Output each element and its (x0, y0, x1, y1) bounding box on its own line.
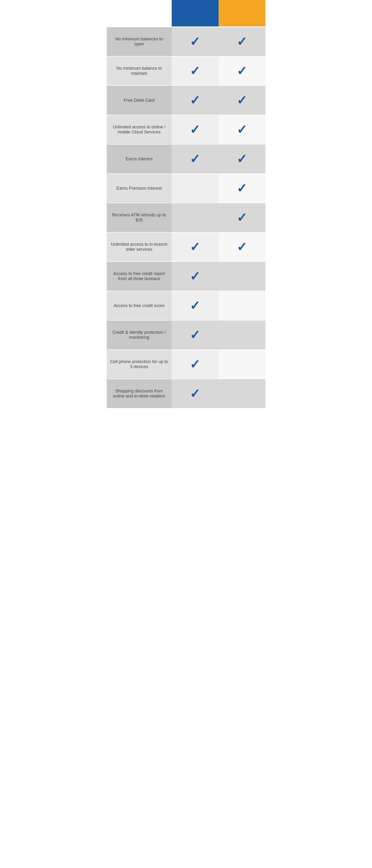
checkmark-icon: ✓ (190, 388, 200, 400)
feature-label: Free Debit Card (107, 86, 172, 115)
advantage-check-cell: ✓ (219, 232, 266, 261)
checkmark-icon: ✓ (190, 123, 200, 136)
table-row: Credit & identity protection / monitorin… (107, 320, 266, 349)
table-row: Free Debit Card✓✓ (107, 85, 266, 115)
table-row: Unlimited access to in-branch teller ser… (107, 232, 266, 261)
mylife-header (172, 0, 219, 26)
checkmark-icon: ✓ (237, 65, 247, 77)
feature-label: Access to free credit score (107, 291, 172, 320)
feature-label: Cell phone protection for up to 3 device… (107, 350, 172, 379)
checkmark-icon: ✓ (190, 65, 200, 77)
table-row: No minimum balances to open✓✓ (107, 27, 266, 56)
feature-label: Shopping discounts from online and in-st… (107, 379, 172, 408)
checkmark-icon: ✓ (237, 182, 247, 194)
checkmark-icon: ✓ (237, 241, 247, 253)
feature-label: Unlimited access to online / mobile Clou… (107, 115, 172, 144)
advantage-check-cell: ✓ (219, 145, 266, 173)
advantage-check-cell: ✓ (219, 27, 266, 56)
checkmark-icon: ✓ (237, 94, 247, 106)
table-row: Access to free credit score✓ (107, 291, 266, 320)
table-row: Receives ATM refunds up to $25✓ (107, 203, 266, 232)
mylife-check-cell: ✓ (172, 350, 219, 379)
table-row: Earns Interest✓✓ (107, 144, 266, 173)
mylife-check-cell: ✓ (172, 262, 219, 291)
mylife-check-cell: ✓ (172, 291, 219, 320)
checkmark-icon: ✓ (190, 299, 200, 312)
advantage-header (219, 0, 266, 26)
advantage-check-cell: ✓ (219, 174, 266, 203)
checkmark-icon: ✓ (190, 241, 200, 253)
advantage-check-cell (219, 350, 266, 379)
checkmark-icon: ✓ (237, 153, 247, 165)
feature-label: Receives ATM refunds up to $25 (107, 203, 172, 232)
checkmark-icon: ✓ (237, 211, 247, 224)
advantage-check-cell (219, 320, 266, 349)
mylife-check-cell: ✓ (172, 86, 219, 115)
feature-label: Earns Interest (107, 145, 172, 173)
advantage-check-cell: ✓ (219, 203, 266, 232)
advantage-check-cell: ✓ (219, 57, 266, 85)
advantage-check-cell: ✓ (219, 115, 266, 144)
table-row: Unlimited access to online / mobile Clou… (107, 115, 266, 144)
feature-label: No minimum balances to open (107, 27, 172, 56)
table-row: Earns Premium Interest✓ (107, 173, 266, 203)
checkmark-icon: ✓ (190, 358, 200, 371)
mylife-check-cell: ✓ (172, 57, 219, 85)
feature-label: Access to free credit report from all th… (107, 262, 172, 291)
feature-header (107, 0, 172, 26)
mylife-check-cell: ✓ (172, 145, 219, 173)
advantage-check-cell (219, 379, 266, 408)
feature-label: Credit & identity protection / monitorin… (107, 320, 172, 349)
table-row: No minimum balance to maintain✓✓ (107, 56, 266, 85)
feature-label: Unlimited access to in-branch teller ser… (107, 232, 172, 261)
checkmark-icon: ✓ (190, 35, 200, 48)
feature-label: No minimum balance to maintain (107, 57, 172, 85)
mylife-check-cell (172, 203, 219, 232)
table-row: Access to free credit report from all th… (107, 261, 266, 291)
feature-label: Earns Premium Interest (107, 174, 172, 203)
advantage-check-cell (219, 291, 266, 320)
checkmark-icon: ✓ (190, 270, 200, 282)
mylife-check-cell: ✓ (172, 320, 219, 349)
mylife-check-cell: ✓ (172, 115, 219, 144)
mylife-check-cell: ✓ (172, 232, 219, 261)
mylife-check-cell: ✓ (172, 379, 219, 408)
checkmark-icon: ✓ (190, 329, 200, 341)
table-row: Cell phone protection for up to 3 device… (107, 349, 266, 379)
checkmark-icon: ✓ (237, 123, 247, 136)
advantage-check-cell: ✓ (219, 86, 266, 115)
table-header (107, 0, 266, 27)
advantage-check-cell (219, 262, 266, 291)
checkmark-icon: ✓ (237, 35, 247, 48)
mylife-check-cell: ✓ (172, 27, 219, 56)
checkmark-icon: ✓ (190, 94, 200, 106)
table-row: Shopping discounts from online and in-st… (107, 379, 266, 408)
mylife-check-cell (172, 174, 219, 203)
checkmark-icon: ✓ (190, 153, 200, 165)
